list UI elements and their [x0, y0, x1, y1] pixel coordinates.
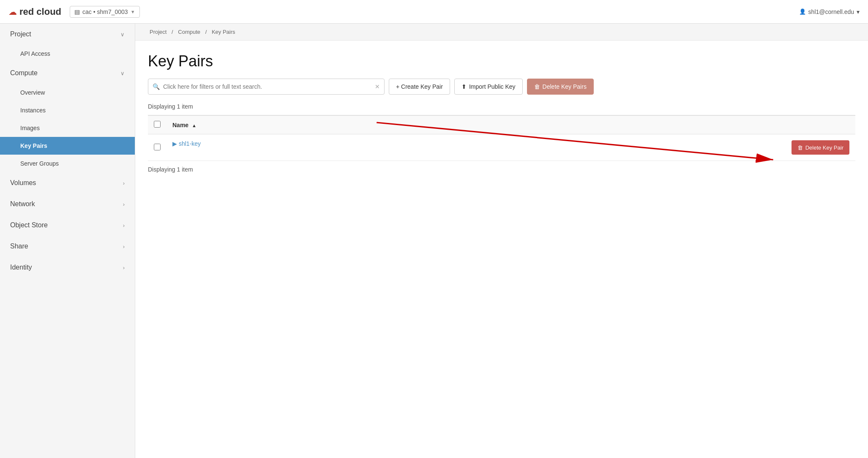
create-key-pair-label: + Create Key Pair: [396, 83, 443, 90]
create-key-pair-button[interactable]: + Create Key Pair: [389, 79, 450, 95]
main-content: Project / Compute / Key Pairs Key Pairs …: [135, 24, 868, 458]
display-count-bottom: Displaying 1 item: [148, 166, 855, 173]
project-selector-icon: ▤: [74, 8, 80, 15]
sort-asc-icon: ▲: [192, 123, 197, 128]
select-all-checkbox[interactable]: [154, 121, 161, 128]
sidebar-item-key-pairs[interactable]: Key Pairs: [0, 137, 135, 155]
header-checkbox-col: [148, 115, 167, 134]
sidebar-identity-chevron: ›: [123, 264, 125, 271]
sidebar-item-volumes[interactable]: Volumes ›: [0, 172, 135, 194]
search-icon: 🔍: [153, 83, 160, 90]
annotation-arrow: [135, 116, 868, 183]
sidebar-network-chevron: ›: [123, 201, 125, 207]
top-nav-left: ☁ red cloud ▤ cac • shm7_0003 ▼: [8, 6, 140, 18]
breadcrumb-compute[interactable]: Compute: [178, 29, 200, 35]
search-clear-icon[interactable]: ✕: [375, 83, 380, 90]
sidebar-volumes-chevron: ›: [123, 180, 125, 186]
sidebar-object-store-chevron: ›: [123, 222, 125, 229]
sidebar-item-instances[interactable]: Instances: [0, 101, 135, 119]
import-public-key-button[interactable]: ⬆ Import Public Key: [454, 79, 523, 95]
row-checkbox[interactable]: [154, 144, 161, 150]
sidebar-item-share[interactable]: Share ›: [0, 236, 135, 257]
sidebar-api-access-label: API Access: [20, 50, 50, 57]
sidebar-project-chevron: ∨: [120, 31, 125, 38]
sidebar-compute-chevron: ∨: [120, 70, 125, 76]
key-pair-link[interactable]: shl1-key: [179, 140, 201, 147]
sidebar-images-label: Images: [20, 125, 40, 131]
breadcrumb-key-pairs: Key Pairs: [212, 29, 235, 35]
sidebar-network-label: Network: [10, 200, 35, 208]
sidebar-item-api-access[interactable]: API Access: [0, 45, 135, 63]
project-selector-label: cac • shm7_0003: [82, 8, 128, 15]
sidebar-overview-label: Overview: [20, 89, 45, 96]
layout: Project ∨ API Access Compute ∨ Overview …: [0, 24, 868, 458]
brand-name: red cloud: [19, 7, 61, 16]
breadcrumb: Project / Compute / Key Pairs: [135, 24, 868, 41]
sidebar-item-server-groups[interactable]: Server Groups: [0, 155, 135, 172]
row-checkbox-cell: [148, 134, 167, 161]
sidebar-share-chevron: ›: [123, 243, 125, 250]
search-input[interactable]: [163, 83, 371, 90]
sidebar-item-project[interactable]: Project ∨: [0, 24, 135, 45]
sidebar-key-pairs-label: Key Pairs: [20, 142, 47, 149]
key-pairs-table: Name ▲ ▶ shl1-key 🗑: [148, 115, 855, 161]
search-box: 🔍 ✕: [148, 79, 385, 95]
display-count-top: Displaying 1 item: [148, 103, 855, 110]
page-header: Key Pairs: [135, 41, 868, 79]
sidebar-volumes-label: Volumes: [10, 179, 36, 187]
sidebar-object-store-label: Object Store: [10, 221, 48, 229]
breadcrumb-project[interactable]: Project: [150, 29, 167, 35]
sidebar-item-identity[interactable]: Identity ›: [0, 257, 135, 278]
sidebar-item-network[interactable]: Network ›: [0, 194, 135, 215]
top-nav: ☁ red cloud ▤ cac • shm7_0003 ▼ 👤 shl1@c…: [0, 0, 868, 24]
delete-key-pairs-button[interactable]: 🗑 Delete Key Pairs: [527, 79, 594, 95]
import-public-key-label: Import Public Key: [469, 83, 516, 90]
table-header-row: Name ▲: [148, 115, 855, 134]
breadcrumb-sep-1: /: [172, 29, 175, 35]
table-container: Displaying 1 item Name ▲: [135, 103, 868, 173]
delete-all-icon: 🗑: [534, 83, 540, 90]
delete-all-label: Delete Key Pairs: [543, 83, 587, 90]
cloud-icon: ☁: [8, 7, 17, 17]
delete-key-label: Delete Key Pair: [805, 144, 843, 151]
sidebar-item-compute[interactable]: Compute ∨: [0, 63, 135, 84]
row-name-cell: ▶ shl1-key 🗑 Delete Key Pair: [167, 134, 855, 161]
sidebar-item-object-store[interactable]: Object Store ›: [0, 215, 135, 236]
sidebar-item-overview[interactable]: Overview: [0, 84, 135, 101]
svg-line-1: [377, 123, 773, 160]
delete-key-icon: 🗑: [797, 144, 803, 151]
sidebar-project-label: Project: [10, 30, 31, 38]
user-chevron-icon: ▾: [857, 8, 860, 15]
breadcrumb-sep-2: /: [205, 29, 208, 35]
user-menu[interactable]: 👤 shl1@cornell.edu ▾: [799, 8, 860, 15]
sidebar-item-images[interactable]: Images: [0, 119, 135, 137]
user-person-icon: 👤: [799, 8, 806, 15]
table-row: ▶ shl1-key 🗑 Delete Key Pair: [148, 134, 855, 161]
logo: ☁ red cloud: [8, 7, 61, 17]
import-icon: ⬆: [461, 83, 467, 90]
header-name-label: Name: [172, 122, 188, 128]
sidebar-share-label: Share: [10, 243, 28, 250]
sidebar-compute-label: Compute: [10, 69, 38, 77]
delete-key-pair-button[interactable]: 🗑 Delete Key Pair: [792, 140, 849, 155]
sidebar: Project ∨ API Access Compute ∨ Overview …: [0, 24, 135, 458]
project-chevron-icon: ▼: [131, 9, 135, 14]
page-title: Key Pairs: [148, 52, 855, 70]
project-selector[interactable]: ▤ cac • shm7_0003 ▼: [70, 6, 140, 18]
expand-button[interactable]: ▶: [172, 140, 177, 147]
header-name-col[interactable]: Name ▲: [167, 115, 855, 134]
sidebar-server-groups-label: Server Groups: [20, 160, 59, 167]
user-label: shl1@cornell.edu: [808, 8, 854, 15]
toolbar: 🔍 ✕ + Create Key Pair ⬆ Import Public Ke…: [135, 79, 868, 103]
sidebar-identity-label: Identity: [10, 264, 32, 271]
sidebar-instances-label: Instances: [20, 107, 46, 114]
